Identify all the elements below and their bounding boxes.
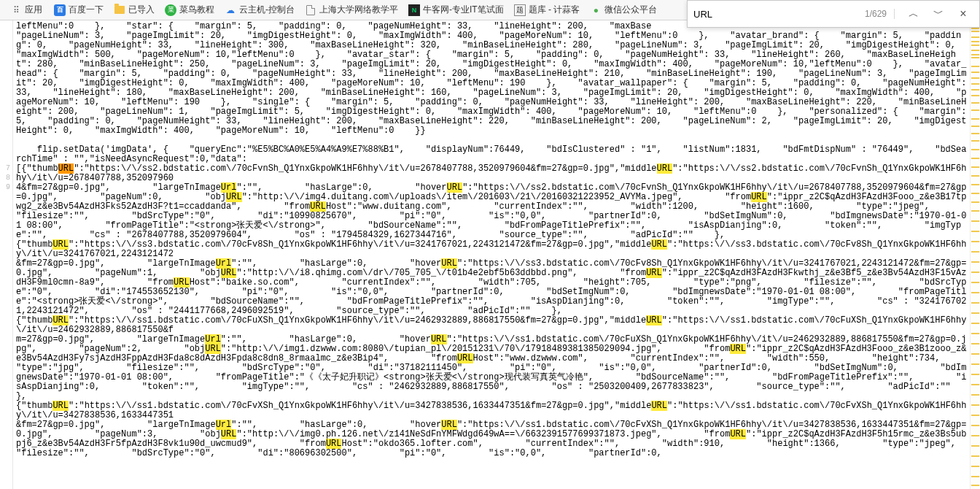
folder-icon [114, 4, 125, 16]
find-match: URL [226, 192, 242, 202]
find-match: URL [447, 182, 463, 193]
line-number: 7 [0, 163, 10, 173]
minimap-match-marker [971, 66, 979, 67]
find-match-current: URL [58, 163, 74, 174]
minimap-match-marker [971, 231, 979, 232]
minimap-match-marker [971, 261, 979, 263]
bookmark-label: 云主机-控制台 [239, 4, 295, 16]
find-match: URL [205, 344, 221, 354]
find-match: URL [751, 192, 767, 202]
find-match: URL [730, 429, 746, 439]
minimap-match-marker [971, 102, 979, 104]
bookmark-item[interactable]: ●微信公众平台 [586, 2, 661, 18]
minimap-match-marker [971, 175, 979, 177]
minimap-match-marker [971, 241, 979, 242]
find-next-button[interactable]: ﹀ [928, 4, 949, 24]
cloud-icon: ☁ [225, 4, 236, 16]
minimap-match-marker [971, 31, 979, 32]
chevron-up-icon: ︿ [909, 7, 919, 20]
bookmark-label: 牛客网-专业IT笔试面 [423, 4, 504, 16]
minimap-match-marker [971, 455, 979, 457]
minimap-match-marker [971, 363, 979, 365]
minimap-match-marker [971, 28, 979, 29]
minimap-match-marker [971, 394, 979, 396]
code-content[interactable]: leftMenu":0 }, "star": { "margin": 5, "p… [13, 20, 970, 489]
find-match: URL [651, 239, 667, 250]
find-close-button[interactable]: × [953, 4, 973, 24]
minimap-match-marker [971, 282, 979, 283]
bookmark-item[interactable]: 百百度一下 [50, 2, 108, 18]
minimap-match-marker [971, 184, 979, 185]
page-icon [305, 4, 316, 16]
find-match: Url [221, 182, 237, 193]
minimap-match-marker [971, 126, 979, 127]
apps-icon: ⠿ [10, 4, 22, 16]
find-match-count: 1/629 [865, 9, 895, 19]
bookmark-label: 上海大学网络教学平 [319, 4, 398, 16]
editor-area: 789 leftMenu":0 }, "star": { "margin": 5… [0, 20, 980, 489]
minimap-match-marker [971, 95, 979, 96]
find-match: URL [221, 268, 237, 278]
minimap-match-marker [971, 435, 979, 436]
bookmark-item[interactable]: 已导入 [109, 2, 159, 18]
minimap-match-marker [971, 45, 979, 46]
find-in-page-bar: 1/629 ︿ ﹀ × [687, 0, 980, 28]
line-number: 8 [0, 173, 10, 182]
minimap-match-marker [971, 323, 979, 324]
bookmark-item[interactable]: N牛客网-专业IT笔试面 [404, 2, 508, 18]
line-number-gutter: 789 [0, 20, 13, 489]
bookmark-label: 菜鸟教程 [179, 4, 214, 16]
find-match: URL [657, 163, 673, 174]
find-match: Url [216, 420, 232, 430]
minimap-match-marker [971, 343, 979, 344]
bookmark-label: 微信公众平台 [604, 4, 657, 16]
minimap-match-marker [971, 292, 979, 293]
minimap-match-marker [971, 445, 979, 447]
find-prev-button[interactable]: ︿ [903, 4, 924, 24]
minimap[interactable] [970, 20, 980, 489]
minimap-match-marker [971, 425, 979, 426]
find-match: URL [646, 268, 662, 278]
minimap-match-marker [971, 333, 979, 334]
find-match: URL [646, 315, 662, 326]
find-match: URL [457, 353, 473, 363]
minimap-match-marker [971, 466, 979, 467]
minimap-match-marker [971, 485, 979, 486]
minimap-match-marker [971, 384, 979, 385]
minimap-match-marker [971, 201, 979, 203]
minimap-match-marker [971, 41, 979, 42]
minimap-match-marker [971, 149, 979, 150]
chevron-down-icon: ﹀ [933, 7, 944, 20]
minimap-match-marker [971, 302, 979, 304]
find-match: URL [310, 201, 326, 212]
minimap-match-marker [971, 210, 979, 212]
minimap-match-marker [971, 140, 979, 142]
bookmark-label: 已导入 [128, 4, 155, 16]
minimap-match-marker [971, 57, 979, 58]
find-match: URL [221, 429, 237, 439]
bookmark-item[interactable]: ☁云主机-控制台 [220, 2, 299, 18]
minimap-match-marker [971, 220, 979, 222]
minimap-match-marker [971, 89, 979, 91]
minimap-match-marker [971, 50, 979, 51]
minimap-match-marker [971, 54, 979, 55]
apps-button[interactable]: ⠿ 应用 [6, 2, 47, 18]
wechat-icon: ● [590, 4, 602, 16]
bookmark-label: 百度一下 [69, 4, 104, 16]
minimap-match-marker [971, 193, 979, 194]
bookmark-item[interactable]: 上海大学网络教学平 [300, 2, 402, 18]
find-input[interactable] [693, 9, 860, 20]
minimap-match-marker [971, 404, 979, 406]
find-match: URL [651, 401, 667, 411]
find-match: URL [52, 401, 69, 411]
minimap-match-marker [971, 118, 979, 120]
find-match: URL [441, 258, 457, 269]
line-number: 9 [0, 182, 10, 192]
minimap-match-marker [971, 374, 979, 375]
minimap-match-marker [971, 133, 979, 134]
find-match: URL [52, 239, 69, 250]
minimap-match-marker [971, 353, 979, 355]
bookmark-item[interactable]: 菜菜鸟教程 [160, 2, 219, 18]
bookmark-item[interactable]: 题题库 - 计蒜客 [510, 2, 585, 18]
find-match: URL [730, 344, 746, 354]
